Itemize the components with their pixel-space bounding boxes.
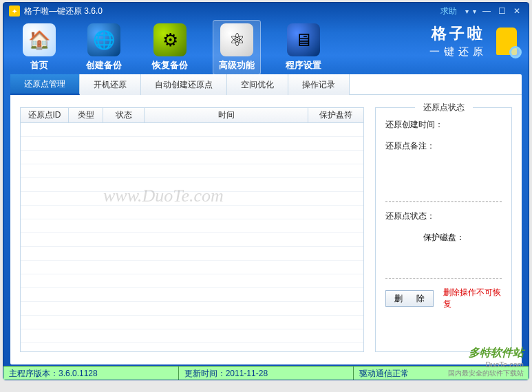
nav-home[interactable]: 🏠 首页 — [17, 21, 61, 74]
table-row — [21, 192, 363, 206]
table-row — [21, 247, 363, 261]
mascot-icon — [493, 22, 520, 60]
table-row — [21, 219, 363, 233]
maximize-button[interactable]: ☐ — [496, 6, 508, 16]
nav-label: 恢复备份 — [152, 59, 188, 72]
table-row — [21, 123, 363, 137]
status-updated: 更新时间：2011-11-28 — [179, 367, 354, 380]
nav-label: 首页 — [30, 59, 48, 72]
protect-disk-label: 保护磁盘： — [423, 232, 465, 242]
watermark-logo: 多特软件站 — [448, 346, 524, 360]
table-row — [21, 151, 363, 164]
table-row — [21, 316, 363, 329]
tab-boot-restore[interactable]: 开机还原 — [80, 74, 141, 95]
brand: 格子啦 一键还原 — [429, 23, 487, 58]
table-row — [21, 233, 363, 247]
col-disk[interactable]: 保护盘符 — [308, 108, 363, 122]
tab-operation-log[interactable]: 操作记录 — [288, 74, 350, 95]
content-area: 还原点管理 开机还原 自动创建还原点 空间优化 操作记录 还原点ID 类型 状态… — [10, 74, 522, 364]
watermark-corner: 多特软件站 DuoTe.com 国内最安全的软件下载站 — [448, 346, 524, 378]
tab-space-optimize[interactable]: 空间优化 — [227, 74, 288, 95]
table-row — [21, 274, 363, 288]
nav-label: 创建备份 — [86, 59, 122, 72]
divider — [385, 278, 502, 279]
window-title: 格子啦—键还原 3.6.0 — [24, 6, 103, 17]
col-state[interactable]: 状态 — [103, 108, 145, 122]
divider — [385, 202, 502, 202]
status-version: 主程序版本：3.6.0.1128 — [3, 367, 179, 380]
monitor-icon: 🖥 — [287, 23, 320, 56]
titlebar: ✦ 格子啦—键还原 3.6.0 求助 ▾ ▾ — ☐ ✕ — [3, 3, 529, 19]
restore-point-table: 还原点ID 类型 状态 时间 保护盘符 — [20, 107, 364, 352]
table-row — [21, 288, 363, 302]
remark-label: 还原点备注： — [385, 140, 502, 152]
tab-restore-point-manage[interactable]: 还原点管理 — [10, 74, 80, 95]
table-row — [21, 164, 363, 178]
close-button[interactable]: ✕ — [511, 6, 523, 16]
table-body[interactable] — [21, 123, 363, 351]
table-row — [21, 137, 363, 151]
table-row — [21, 206, 363, 219]
subtabs: 还原点管理 开机还原 自动创建还原点 空间优化 操作记录 — [10, 74, 522, 95]
nav-label: 高级功能 — [219, 59, 255, 72]
app-icon: ✦ — [9, 6, 20, 17]
table-row — [21, 329, 363, 343]
table-row — [21, 261, 363, 274]
nav-label: 程序设置 — [286, 59, 321, 72]
table-row — [21, 178, 363, 192]
restore-point-status-panel: 还原点状态 还原创建时间： 还原点备注： 还原点状态： 保护磁盘： 删 除 删除… — [375, 107, 512, 352]
globe-refresh-icon: 🌐 — [87, 23, 120, 56]
nav-create-backup[interactable]: 🌐 创建备份 — [81, 21, 127, 74]
gear-icon: ⚙ — [153, 23, 187, 56]
delete-button[interactable]: 删 除 — [385, 290, 434, 307]
col-type[interactable]: 类型 — [69, 108, 103, 122]
app-window: ✦ 格子啦—键还原 3.6.0 求助 ▾ ▾ — ☐ ✕ 🏠 首页 🌐 创建备份… — [3, 2, 529, 380]
table-row — [21, 302, 363, 316]
tab-auto-create[interactable]: 自动创建还原点 — [141, 74, 227, 95]
created-time-label: 还原创建时间： — [385, 119, 502, 131]
nav-settings[interactable]: 🖥 程序设置 — [280, 21, 327, 74]
watermark-slogan: 国内最安全的软件下载站 — [448, 369, 524, 378]
molecule-icon: ⚛ — [220, 23, 253, 56]
brand-sub: 一键还原 — [429, 45, 487, 58]
watermark-domain: DuoTe.com — [448, 360, 524, 369]
dropdown-icon[interactable]: ▾ — [465, 8, 469, 15]
col-id[interactable]: 还原点ID — [21, 108, 69, 122]
home-icon: 🏠 — [23, 23, 56, 56]
col-time[interactable]: 时间 — [145, 108, 308, 122]
nav-restore-backup[interactable]: ⚙ 恢复备份 — [147, 21, 193, 74]
nav-advanced[interactable]: ⚛ 高级功能 — [213, 20, 261, 75]
help-link[interactable]: 求助 — [440, 6, 457, 17]
minimize-button[interactable]: — — [480, 6, 493, 16]
menu-icon[interactable]: ▾ — [473, 8, 476, 15]
panel-legend: 还原点状态 — [415, 102, 473, 113]
state-label: 还原点状态： — [385, 210, 502, 222]
brand-name: 格子啦 — [429, 23, 487, 44]
delete-warning: 删除操作不可恢复 — [443, 287, 502, 310]
